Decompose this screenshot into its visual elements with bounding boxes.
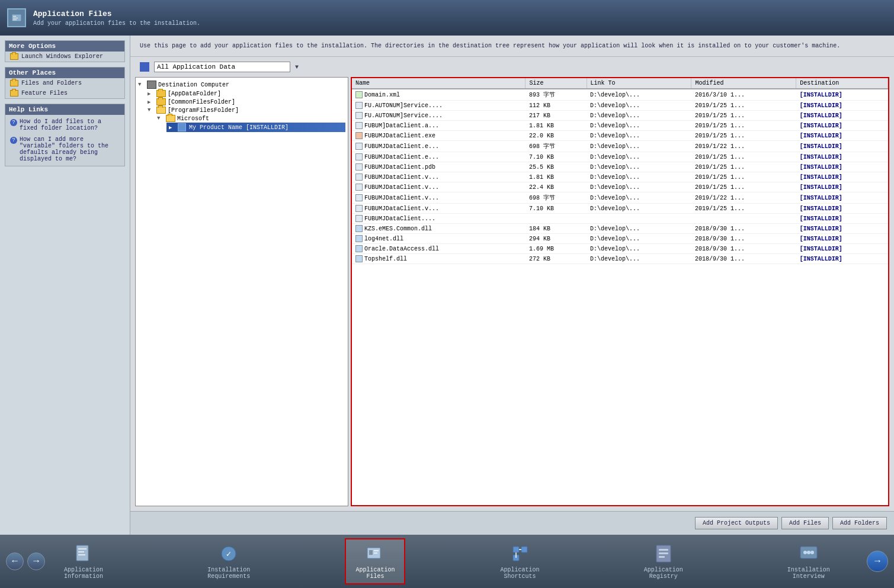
col-name[interactable]: Name	[352, 78, 525, 89]
svg-rect-12	[374, 550, 379, 551]
other-places-header: Other Places	[5, 68, 124, 78]
help-icon-1: ?	[10, 119, 17, 126]
more-options-header: More Options	[5, 41, 124, 52]
file-type-icon	[355, 194, 363, 201]
table-row[interactable]: Domain.xml893 字节D:\develop\...2016/3/10 …	[352, 89, 888, 101]
filter-icon	[140, 62, 149, 72]
forward-button[interactable]: →	[27, 552, 45, 570]
top-header: Application Files Add your application f…	[0, 0, 894, 36]
col-destination[interactable]: Destination	[796, 78, 888, 89]
svg-rect-21	[659, 552, 668, 554]
product-icon	[178, 123, 186, 131]
file-type-icon	[355, 163, 363, 171]
svg-text:✓: ✓	[226, 550, 231, 559]
nav-label-app-info: Application Information	[64, 567, 103, 580]
help-item-2[interactable]: ? How can I add more "variable" folders …	[8, 135, 122, 163]
svg-rect-11	[369, 550, 373, 555]
tree-item-my-product[interactable]: ▶ My Product Name [INSTALLDIR]	[166, 123, 345, 132]
svg-rect-14	[513, 547, 519, 552]
files-panel[interactable]: Name Size Link To Modified Destination D…	[351, 77, 889, 506]
tree-item-microsoft[interactable]: ▼ Microsoft	[157, 114, 345, 123]
description-text: Use this page to add your application fi…	[140, 43, 840, 49]
nav-item-app-shortcuts[interactable]: Application Shortcuts	[491, 539, 549, 583]
add-project-outputs-button[interactable]: Add Project Outputs	[695, 517, 778, 529]
svg-point-25	[807, 551, 810, 554]
svg-rect-1	[13, 16, 16, 17]
col-modified[interactable]: Modified	[691, 78, 796, 89]
col-size[interactable]: Size	[525, 78, 587, 89]
svg-rect-6	[78, 551, 84, 552]
header-title: Application Files	[33, 9, 200, 18]
tree-expand-icon: ▶	[169, 124, 176, 131]
tree-item-programfiles[interactable]: ▼ [ProgramFilesFolder]	[148, 106, 345, 114]
tree-expand-icon: ▶	[148, 99, 155, 105]
header-text: Application Files Add your application f…	[33, 9, 200, 27]
sidebar: More Options Launch Windows Explorer Oth…	[0, 36, 130, 535]
tree-item-commonfiles[interactable]: ▶ [CommonFilesFolder]	[148, 98, 345, 106]
file-type-icon	[355, 255, 363, 262]
nav-item-app-registry[interactable]: Application Registry	[635, 539, 693, 583]
file-type-icon	[355, 132, 363, 139]
filter-select[interactable]: All Application Data Application Data Us…	[154, 62, 290, 72]
table-row[interactable]: Oracle.DataAccess.dll1.69 MBD:\develop\.…	[352, 244, 888, 254]
nav-next-button[interactable]: →	[867, 551, 888, 572]
sidebar-item-feature-files[interactable]: Feature Files	[5, 88, 124, 98]
tree-panel[interactable]: ▼ Destination Computer ▶ [AppDataFolder]…	[135, 77, 348, 506]
table-row[interactable]: FUBUMJDataClient.v...1.81 KBD:\develop\.…	[352, 172, 888, 182]
tree-expand-icon: ▼	[138, 82, 145, 88]
col-linkto[interactable]: Link To	[587, 78, 691, 89]
tree-expand-icon: ▼	[157, 115, 164, 121]
table-row[interactable]: FU.AUTONUM]Service....112 KBD:\develop\.…	[352, 101, 888, 111]
table-row[interactable]: FUBUM]DataClient.a...1.81 KBD:\develop\.…	[352, 121, 888, 131]
content-area: Use this page to add your application fi…	[130, 36, 894, 535]
nav-icon-app-info	[73, 543, 94, 564]
svg-point-26	[810, 551, 814, 554]
table-row[interactable]: KZS.eMES.Common.dll184 KBD:\develop\...2…	[352, 224, 888, 234]
help-links-header: Help Links	[5, 104, 124, 115]
folder-icon	[166, 115, 175, 122]
svg-rect-5	[78, 548, 86, 550]
back-button[interactable]: ←	[6, 552, 24, 570]
nav-item-install-req[interactable]: ✓ Installation Requirements	[198, 539, 259, 583]
nav-item-app-info[interactable]: Application Information	[55, 539, 113, 583]
help-item-1[interactable]: ? How do I add files to a fixed folder l…	[8, 117, 122, 133]
svg-rect-15	[521, 547, 527, 552]
sidebar-item-launch-explorer[interactable]: Launch Windows Explorer	[5, 52, 124, 62]
folder-icon	[10, 80, 18, 86]
main-layout: More Options Launch Windows Explorer Oth…	[0, 36, 894, 535]
table-row[interactable]: FUBUMJDataClient.v...22.4 KBD:\develop\.…	[352, 182, 888, 192]
table-row[interactable]: FUBUMJDataClient.v...698 字节D:\develop\..…	[352, 192, 888, 204]
split-panel: ▼ Destination Computer ▶ [AppDataFolder]…	[130, 77, 894, 511]
table-row[interactable]: Topshelf.dll272 KBD:\develop\...2018/9/3…	[352, 254, 888, 264]
table-row[interactable]: FU.AUTONUM]Service....217 KBD:\develop\.…	[352, 111, 888, 121]
table-row[interactable]: FUBUMJDataClient.e...698 字节D:\develop\..…	[352, 141, 888, 152]
svg-rect-3	[13, 20, 17, 20]
nav-item-app-files[interactable]: Application Files	[345, 538, 405, 584]
file-type-icon	[355, 215, 363, 222]
file-type-icon	[355, 122, 363, 129]
nav-icon-install-req: ✓	[218, 543, 239, 564]
tree-item-dest-computer[interactable]: ▼ Destination Computer	[138, 80, 345, 89]
sidebar-item-files-folders[interactable]: Files and Folders	[5, 78, 124, 88]
nav-icon-install-interview	[798, 543, 819, 564]
table-row[interactable]: FUBUMJDataClient....[INSTALLDIR]	[352, 214, 888, 224]
svg-rect-20	[659, 549, 668, 551]
file-type-icon	[355, 153, 363, 160]
nav-label-install-interview: Installation Interview	[787, 567, 830, 580]
add-files-button[interactable]: Add Files	[781, 517, 829, 529]
description-bar: Use this page to add your application fi…	[130, 36, 894, 57]
bottom-toolbar: Add Project Outputs Add Files Add Folder…	[130, 511, 894, 535]
header-icon	[7, 8, 26, 27]
tree-item-appdata[interactable]: ▶ [AppDataFolder]	[148, 89, 345, 98]
file-type-icon	[355, 91, 363, 98]
table-row[interactable]: FUBUMJDataClient.e...7.10 KBD:\develop\.…	[352, 152, 888, 162]
file-type-icon	[355, 245, 363, 252]
table-row[interactable]: FUBUMJDataClient.v...7.10 KBD:\develop\.…	[352, 204, 888, 214]
table-row[interactable]: FUBUMJDataClient.pdb25.5 KBD:\develop\..…	[352, 162, 888, 172]
filter-bar: All Application Data Application Data Us…	[130, 57, 894, 77]
table-row[interactable]: log4net.dll294 KBD:\develop\...2018/9/30…	[352, 234, 888, 244]
add-folders-button[interactable]: Add Folders	[832, 517, 887, 529]
nav-item-install-interview[interactable]: Installation Interview	[778, 539, 839, 583]
table-row[interactable]: FUBUMJDataClient.exe22.0 KBD:\develop\..…	[352, 131, 888, 141]
svg-rect-4	[76, 545, 88, 561]
